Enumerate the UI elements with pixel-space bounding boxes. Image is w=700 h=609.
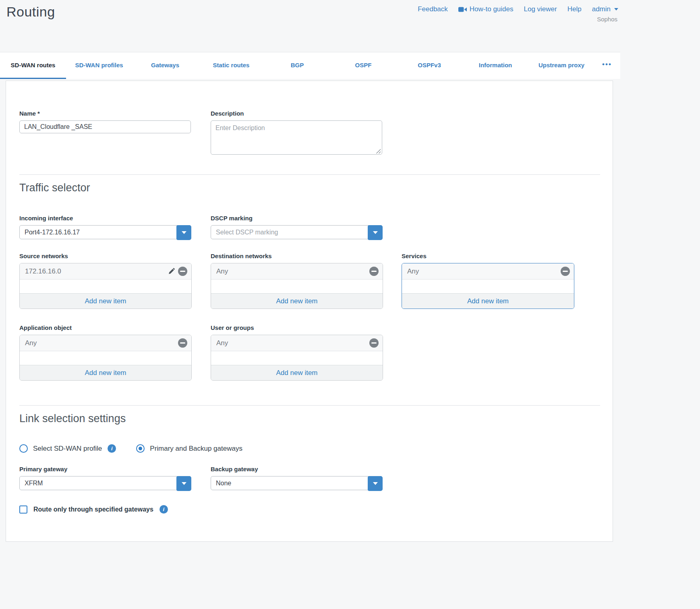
- primary-gateway-select[interactable]: XFRM: [19, 476, 191, 490]
- dscp-marking-placeholder: Select DSCP marking: [216, 229, 278, 236]
- info-icon[interactable]: i: [159, 505, 168, 514]
- list-item: 172.16.16.0: [20, 263, 191, 280]
- log-viewer-link[interactable]: Log viewer: [524, 5, 557, 13]
- destination-networks-label: Destination networks: [211, 253, 383, 259]
- video-camera-icon: [458, 6, 467, 12]
- tab-bar: SD-WAN routes SD-WAN profiles Gateways S…: [0, 52, 620, 79]
- list-item-value: Any: [216, 339, 369, 347]
- radio-select-sdwan-profile[interactable]: Select SD-WAN profile: [19, 444, 102, 453]
- remove-icon[interactable]: [178, 267, 187, 276]
- tab-information[interactable]: Information: [462, 52, 528, 79]
- link-selection-radios: Select SD-WAN profile i Primary and Back…: [19, 444, 242, 453]
- tab-upstream-proxy[interactable]: Upstream proxy: [528, 52, 594, 79]
- help-link[interactable]: Help: [567, 5, 582, 13]
- services-label: Services: [402, 253, 574, 259]
- tab-sdwan-routes[interactable]: SD-WAN routes: [0, 52, 66, 79]
- list-empty-area: [211, 280, 383, 293]
- backup-gateway-label: Backup gateway: [211, 466, 383, 472]
- add-new-item-button[interactable]: Add new item: [402, 293, 574, 309]
- destination-networks-listbox: Any Add new item: [211, 263, 383, 309]
- route-only-checkbox[interactable]: [19, 505, 27, 514]
- tab-ospfv3[interactable]: OSPFv3: [396, 52, 462, 79]
- name-input[interactable]: [19, 120, 191, 133]
- incoming-interface-value: Port4-172.16.16.17: [25, 229, 80, 236]
- list-empty-area: [402, 280, 574, 293]
- description-label: Description: [211, 110, 382, 117]
- info-icon[interactable]: i: [108, 444, 116, 453]
- backup-gateway-select[interactable]: None: [211, 476, 383, 490]
- traffic-selector-heading: Traffic selector: [19, 182, 90, 194]
- application-object-listbox: Any Add new item: [19, 335, 192, 381]
- routing-page: Routing Feedback How-to guides Log viewe…: [0, 0, 700, 609]
- brand-label: Sophos: [597, 16, 617, 23]
- tab-sdwan-profiles[interactable]: SD-WAN profiles: [66, 52, 132, 79]
- dscp-marking-select[interactable]: Select DSCP marking: [211, 225, 383, 239]
- chevron-down-icon[interactable]: [176, 225, 191, 240]
- more-tabs-button[interactable]: •••: [594, 52, 619, 79]
- remove-icon[interactable]: [178, 338, 187, 348]
- primary-gateway-value: XFRM: [25, 480, 43, 487]
- source-networks-listbox: 172.16.16.0 Add new item: [19, 263, 192, 309]
- chevron-down-icon[interactable]: [176, 476, 191, 491]
- sdwan-route-form-panel: Name * Description Traffic selector Inco…: [6, 81, 613, 542]
- link-selection-heading: Link selection settings: [19, 412, 126, 425]
- tab-gateways[interactable]: Gateways: [132, 52, 198, 79]
- list-item-value: Any: [407, 267, 561, 276]
- add-new-item-button[interactable]: Add new item: [211, 365, 383, 380]
- radio-label: Select SD-WAN profile: [33, 445, 102, 453]
- radio-icon[interactable]: [19, 444, 28, 453]
- page-title: Routing: [6, 4, 55, 20]
- list-item-value: Any: [25, 339, 178, 347]
- admin-menu[interactable]: admin: [592, 5, 618, 13]
- chevron-down-icon[interactable]: [368, 225, 383, 240]
- tab-bgp[interactable]: BGP: [264, 52, 330, 79]
- tab-static-routes[interactable]: Static routes: [198, 52, 264, 79]
- header-links: Feedback How-to guides Log viewer Help a…: [418, 5, 618, 13]
- backup-gateway-value: None: [216, 480, 231, 487]
- radio-primary-backup-gateways[interactable]: Primary and Backup gateways: [136, 444, 242, 453]
- list-empty-area: [20, 280, 191, 293]
- radio-label: Primary and Backup gateways: [150, 445, 242, 453]
- feedback-link[interactable]: Feedback: [418, 5, 448, 13]
- route-only-row: Route only through specified gateways i: [19, 505, 168, 514]
- add-new-item-button[interactable]: Add new item: [20, 365, 191, 380]
- tab-ospf[interactable]: OSPF: [330, 52, 396, 79]
- chevron-down-icon: [614, 8, 618, 10]
- list-empty-area: [211, 351, 383, 365]
- remove-icon[interactable]: [561, 267, 570, 276]
- list-item: Any: [211, 263, 383, 280]
- section-divider: [19, 174, 600, 175]
- section-divider: [19, 405, 600, 406]
- route-only-label: Route only through specified gateways: [33, 506, 153, 513]
- application-object-label: Application object: [19, 324, 192, 331]
- add-new-item-button[interactable]: Add new item: [211, 293, 383, 309]
- add-new-item-button[interactable]: Add new item: [20, 293, 191, 309]
- list-empty-area: [20, 351, 191, 365]
- header: Routing Feedback How-to guides Log viewe…: [0, 0, 700, 52]
- howto-guides-link[interactable]: How-to guides: [458, 5, 514, 13]
- remove-icon[interactable]: [369, 338, 379, 348]
- list-item: Any: [402, 263, 574, 280]
- user-or-groups-label: User or groups: [211, 324, 383, 331]
- list-item-value: 172.16.16.0: [25, 267, 168, 276]
- list-item-value: Any: [216, 267, 369, 276]
- name-label: Name *: [19, 110, 191, 117]
- list-item: Any: [211, 335, 383, 351]
- remove-icon[interactable]: [369, 267, 379, 276]
- incoming-interface-label: Incoming interface: [19, 215, 191, 222]
- dscp-marking-label: DSCP marking: [211, 215, 383, 222]
- list-item: Any: [20, 335, 191, 351]
- primary-gateway-label: Primary gateway: [19, 466, 191, 472]
- chevron-down-icon[interactable]: [368, 476, 383, 491]
- services-listbox: Any Add new item: [402, 263, 574, 309]
- edit-icon[interactable]: [168, 268, 175, 275]
- incoming-interface-select[interactable]: Port4-172.16.16.17: [19, 225, 191, 239]
- radio-icon-selected[interactable]: [136, 444, 145, 453]
- description-textarea[interactable]: [211, 120, 382, 155]
- user-or-groups-listbox: Any Add new item: [211, 335, 383, 381]
- source-networks-label: Source networks: [19, 253, 192, 259]
